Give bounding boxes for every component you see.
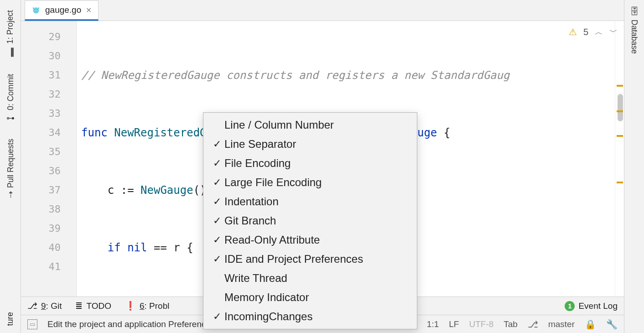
check-icon: ✓ (210, 196, 224, 208)
menu-item-label: IncomingChanges (224, 310, 312, 323)
status-position[interactable]: 1:1 (427, 319, 439, 329)
close-icon[interactable]: ✕ (86, 6, 92, 15)
menu-item-label: Indentation (224, 195, 279, 208)
line-number: 32 (21, 85, 76, 104)
menu-item[interactable]: ✓IDE and Project Preferences (203, 250, 417, 269)
menu-item-label: Write Thread (224, 272, 287, 285)
sidebar-item-commit[interactable]: ⊶ 0: Commit (5, 74, 16, 122)
menu-item[interactable]: ✓Git Branch (203, 211, 417, 230)
menu-item-label: Large File Encoding (224, 176, 322, 189)
svg-point-2 (35, 9, 36, 10)
status-rect-icon[interactable]: ▭ (27, 319, 37, 329)
sidebar-label-pulls: Pull Requests (5, 139, 15, 188)
menu-item[interactable]: ✓Read-Only Attribute (203, 230, 417, 250)
menu-item[interactable]: Line / Column Number (203, 115, 417, 135)
menu-item-label: IDE and Project Preferences (224, 253, 363, 265)
menu-item-label: File Encoding (224, 157, 291, 170)
warning-marker[interactable] (617, 110, 623, 112)
sidebar-item-project[interactable]: ▬ 1: Project (5, 10, 16, 57)
tool-todo[interactable]: ≣ TODO (75, 301, 111, 311)
tool-todo-label: TODO (86, 301, 111, 311)
go-file-icon (31, 5, 41, 15)
warning-triangle-icon[interactable]: ⚠ (569, 26, 577, 37)
line-number: 41 (21, 257, 76, 276)
chevron-up-icon[interactable]: ︿ (595, 26, 603, 37)
line-number: 33 (21, 104, 76, 123)
database-icon: 🗄 (630, 6, 639, 17)
lock-icon[interactable]: 🔒 (585, 319, 596, 330)
tab-label: gauge.go (45, 5, 81, 15)
pull-request-icon: ⇡ (7, 190, 14, 200)
status-bar-context-menu: Line / Column Number✓Line Separator✓File… (203, 112, 417, 329)
line-number: 40 (21, 238, 76, 257)
warning-marker[interactable] (617, 135, 623, 137)
check-icon: ✓ (210, 215, 224, 227)
tab-gauge-go[interactable]: gauge.go ✕ (25, 0, 99, 21)
line-number: 37 (21, 181, 76, 200)
tool-git[interactable]: ⎇ 9: Git (27, 301, 62, 311)
sidebar-item-pull-requests[interactable]: ⇡ Pull Requests (5, 139, 16, 198)
warning-count: 5 (583, 27, 588, 37)
sidebar-item-structure[interactable]: ture (5, 312, 15, 326)
tab-bar: gauge.go ✕ (21, 0, 624, 21)
warning-marker[interactable] (617, 85, 623, 87)
svg-point-6 (38, 7, 39, 9)
line-number: 36 (21, 161, 76, 181)
tool-problems[interactable]: ❗ 6: Probl (125, 301, 170, 311)
line-number: 35 (21, 142, 76, 161)
menu-item[interactable]: Memory Indicator (203, 288, 417, 307)
sidebar-item-database[interactable]: 🗄 Database (629, 6, 639, 54)
commit-icon: ⊶ (6, 113, 15, 123)
folder-icon: ▬ (5, 47, 16, 57)
gutter: 29 30 31 32 33 34 35 36 37 38 39 40 41 (21, 21, 77, 297)
check-icon: ✓ (210, 311, 224, 323)
branch-icon: ⎇ (528, 319, 538, 330)
warning-marker[interactable] (617, 182, 623, 183)
menu-item[interactable]: ✓Line Separator (203, 135, 417, 154)
menu-item[interactable]: ✓File Encoding (203, 154, 417, 173)
git-icon: ⎇ (27, 301, 37, 311)
check-icon: ✓ (210, 253, 224, 265)
menu-item[interactable]: ✓IncomingChanges (203, 307, 417, 326)
wrench-icon[interactable]: 🔧 (606, 319, 618, 330)
menu-item[interactable]: Write Thread (203, 269, 417, 288)
event-count-badge: 1 (565, 301, 575, 311)
check-icon: ✓ (210, 138, 224, 150)
chevron-down-icon[interactable]: ﹀ (609, 26, 618, 37)
menu-item-label: Git Branch (224, 214, 276, 227)
left-tool-strip: ▬ 1: Project ⊶ 0: Commit ⇡ Pull Requests… (0, 0, 21, 333)
status-indent[interactable]: Tab (504, 319, 518, 329)
menu-item-label: Read-Only Attribute (224, 234, 320, 246)
svg-point-5 (33, 7, 34, 9)
check-icon: ✓ (210, 157, 224, 169)
list-icon: ≣ (75, 301, 83, 311)
check-icon: ✓ (210, 234, 224, 246)
sidebar-label-structure: ture (5, 312, 15, 326)
menu-item[interactable]: ✓Large File Encoding (203, 173, 417, 192)
right-tool-strip: 🗄 Database (624, 0, 644, 333)
line-number: 39 (21, 219, 76, 238)
tool-event-log[interactable]: 1 Event Log (565, 301, 618, 311)
sidebar-label-project: 1: Project (5, 10, 15, 44)
menu-item[interactable]: ✓Indentation (203, 192, 417, 211)
status-line-separator[interactable]: LF (449, 319, 459, 329)
check-icon: ✓ (210, 177, 224, 188)
line-number: 31 (21, 66, 76, 85)
line-number: 29 (21, 27, 76, 47)
status-branch[interactable]: master (548, 319, 575, 329)
menu-item-label: Memory Indicator (224, 291, 309, 304)
sidebar-label-commit: 0: Commit (5, 74, 15, 110)
line-number: 38 (21, 200, 76, 219)
menu-item-label: Line / Column Number (224, 119, 334, 131)
marker-strip (615, 21, 624, 297)
svg-point-4 (37, 9, 38, 10)
scrollbar-thumb[interactable] (618, 94, 623, 121)
tool-event-log-label: Event Log (578, 301, 618, 311)
warning-icon: ❗ (125, 301, 136, 311)
sidebar-label-database: Database (629, 20, 639, 54)
status-encoding[interactable]: UTF-8 (469, 319, 493, 329)
inspection-widget: ⚠ 5 ︿ ﹀ (569, 26, 618, 37)
menu-item-label: Line Separator (224, 138, 296, 151)
line-number: 30 (21, 47, 76, 66)
line-number: 34 (21, 123, 76, 142)
